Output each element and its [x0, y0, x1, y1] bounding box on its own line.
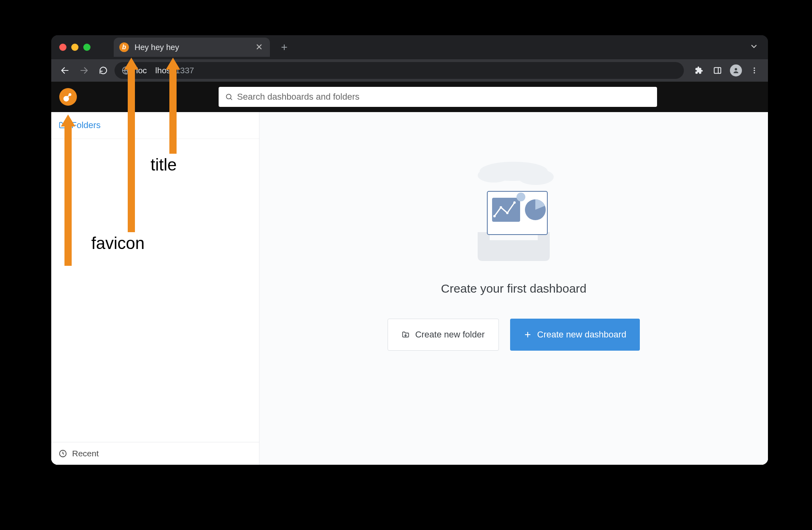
window-maximize-button[interactable]: [83, 44, 90, 51]
nav-back-button[interactable]: [57, 62, 73, 78]
svg-rect-20: [492, 198, 520, 222]
create-folder-button[interactable]: Create new folder: [388, 319, 499, 351]
nav-reload-button[interactable]: [95, 62, 111, 78]
app-viewport: Search dashboards and folders Folders Re…: [51, 82, 768, 465]
svg-point-24: [513, 201, 516, 204]
svg-point-22: [500, 206, 502, 209]
arrow-left-icon: [60, 66, 70, 75]
empty-state: Create your first dashboard Create new f…: [334, 156, 694, 351]
person-icon: [732, 67, 740, 74]
window-controls: [59, 44, 90, 51]
window-close-button[interactable]: [59, 44, 66, 51]
search-icon: [225, 93, 233, 101]
annotation-label-title: title: [151, 155, 177, 175]
empty-state-actions: Create new folder Create new dashboard: [388, 319, 640, 351]
profile-button[interactable]: [728, 62, 744, 78]
svg-line-14: [231, 98, 232, 100]
folders-label: Folders: [71, 120, 100, 130]
panel-icon: [713, 66, 722, 75]
app-topbar: Search dashboards and folders: [51, 82, 768, 112]
svg-point-6: [735, 68, 737, 70]
svg-point-18: [518, 169, 554, 185]
window-minimize-button[interactable]: [71, 44, 78, 51]
tab-favicon-icon: b: [119, 42, 129, 52]
tab-strip: b Hey hey hey ✕ +: [51, 35, 768, 59]
kebab-icon: [750, 66, 758, 74]
toolbar-right: [691, 62, 762, 78]
tab-title: Hey hey hey: [135, 43, 250, 52]
create-dashboard-label: Create new dashboard: [537, 329, 627, 340]
svg-point-13: [226, 94, 231, 99]
svg-rect-4: [714, 68, 721, 74]
url-text: locxxlhost:1337: [136, 66, 194, 75]
url-input[interactable]: locxxlhost:1337: [115, 62, 684, 79]
annotation-label-favicon: favicon: [91, 234, 145, 253]
svg-point-17: [478, 168, 510, 183]
search-placeholder: Search dashboards and folders: [237, 92, 360, 102]
favicon-letter: b: [122, 44, 126, 51]
svg-point-8: [754, 70, 755, 71]
svg-point-9: [754, 72, 755, 73]
empty-state-illustration: [462, 156, 566, 268]
reload-icon: [99, 66, 108, 75]
svg-point-23: [506, 212, 509, 214]
nav-forward-button[interactable]: [76, 62, 92, 78]
panel-button[interactable]: [709, 62, 726, 78]
clock-icon: [58, 449, 67, 458]
logo-icon: [62, 91, 74, 102]
sidebar-item-folders[interactable]: Folders: [51, 112, 259, 139]
create-folder-label: Create new folder: [415, 329, 485, 340]
search-input[interactable]: Search dashboards and folders: [219, 87, 657, 107]
tab-close-button[interactable]: ✕: [255, 43, 263, 52]
svg-point-21: [493, 215, 496, 217]
puzzle-icon: [695, 66, 703, 75]
browser-window: b Hey hey hey ✕ + locxxlhost:1337: [51, 35, 768, 465]
sidebar-item-recent[interactable]: Recent: [51, 442, 259, 465]
chevron-down-icon: [750, 42, 758, 51]
browser-toolbar: locxxlhost:1337: [51, 59, 768, 82]
app-logo[interactable]: [59, 88, 77, 106]
annotation-label-logo: logo: [10, 267, 41, 287]
plus-icon: [524, 331, 532, 339]
browser-tab[interactable]: b Hey hey hey ✕: [114, 38, 270, 57]
empty-state-heading: Create your first dashboard: [441, 282, 587, 295]
profile-avatar-icon: [730, 64, 742, 76]
main-panel: Create your first dashboard Create new f…: [259, 112, 768, 465]
extensions-button[interactable]: [691, 62, 707, 78]
folder-plus-icon: [402, 331, 410, 339]
svg-point-25: [517, 193, 525, 201]
tabs-dropdown-button[interactable]: [750, 42, 758, 52]
new-tab-button[interactable]: +: [277, 40, 291, 54]
svg-point-7: [754, 68, 755, 69]
browser-menu-button[interactable]: [746, 62, 762, 78]
arrow-right-icon: [79, 66, 89, 75]
recent-label: Recent: [72, 449, 99, 458]
create-dashboard-button[interactable]: Create new dashboard: [510, 319, 640, 351]
